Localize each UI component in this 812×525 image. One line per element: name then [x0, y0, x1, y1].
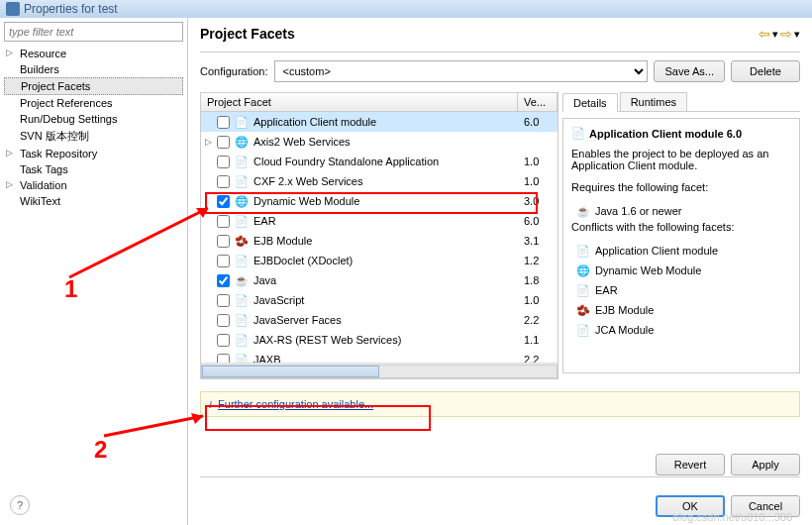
facet-row[interactable]: 📄Application Client module6.0 [201, 112, 558, 132]
bean-icon: 🫘 [575, 302, 591, 318]
sidebar-item[interactable]: Project Facets [4, 77, 183, 95]
filter-input[interactable] [4, 22, 183, 42]
delete-button[interactable]: Delete [731, 60, 800, 82]
doc-icon: 📄 [575, 243, 591, 259]
facet-version: 6.0 [524, 116, 554, 128]
facet-row[interactable]: 📄Cloud Foundry Standalone Application1.0 [201, 152, 558, 171]
facet-row[interactable]: 📄JAX-RS (REST Web Services)1.1 [201, 330, 558, 350]
col-version[interactable]: Ve... [518, 93, 558, 111]
facet-checkbox[interactable] [217, 235, 230, 248]
facet-row[interactable]: ☕Java1.8 [201, 270, 558, 290]
facet-name: JAXB [254, 354, 524, 363]
facet-row[interactable]: 🌐Dynamic Web Module3.0 [201, 191, 558, 211]
list-item: ☕Java 1.6 or newer [575, 201, 791, 221]
doc-icon: 📄 [234, 292, 250, 308]
doc-icon: 📄 [234, 173, 250, 189]
facet-checkbox[interactable] [217, 116, 230, 129]
facet-checkbox[interactable] [217, 255, 230, 267]
facet-checkbox[interactable] [217, 334, 230, 347]
horizontal-scrollbar[interactable] [201, 363, 558, 378]
globe-icon: 🌐 [575, 262, 591, 278]
doc-icon: 📄 [234, 154, 250, 169]
facet-checkbox[interactable] [217, 195, 230, 208]
facet-checkbox[interactable] [217, 274, 230, 287]
facet-row[interactable]: 📄CXF 2.x Web Services1.0 [201, 171, 558, 191]
sidebar-item[interactable]: Validation [4, 177, 183, 193]
facet-checkbox[interactable] [217, 294, 230, 307]
forward-icon[interactable]: ⇨ [780, 26, 792, 42]
apply-button[interactable]: Apply [731, 454, 800, 475]
facet-version: 1.2 [524, 255, 554, 266]
java-icon: ☕ [234, 272, 250, 288]
facet-name: Cloud Foundry Standalone Application [254, 156, 524, 167]
module-icon: 📄 [571, 127, 585, 140]
facet-row[interactable]: 📄JavaScript1.0 [201, 290, 558, 310]
sidebar-item[interactable]: Builders [4, 61, 183, 77]
doc-icon: 📄 [575, 322, 591, 338]
main-panel: Project Facets ⇦ ▾ ⇨ ▾ Configuration: <c… [188, 18, 812, 525]
facet-version: 1.0 [524, 294, 554, 306]
globe-icon: 🌐 [234, 134, 250, 150]
facet-version: 6.0 [524, 215, 554, 227]
facet-table: Project Facet Ve... 📄Application Client … [200, 92, 558, 379]
doc-icon: 📄 [234, 312, 250, 328]
facet-version: 2.2 [524, 354, 554, 363]
facet-name: JavaScript [254, 294, 524, 306]
facet-row[interactable]: 📄EJBDoclet (XDoclet)1.2 [201, 251, 558, 270]
titlebar: Properties for test [0, 0, 812, 18]
col-project-facet[interactable]: Project Facet [201, 93, 518, 111]
list-item: 🌐Dynamic Web Module [575, 261, 791, 280]
dropdown-icon[interactable]: ▾ [772, 28, 778, 41]
dropdown-icon[interactable]: ▾ [794, 28, 800, 41]
facet-name: CXF 2.x Web Services [254, 175, 524, 187]
list-item: 🫘EJB Module [575, 300, 791, 320]
conflicts-label: Conflicts with the following facets: [571, 221, 791, 233]
sidebar-item[interactable]: Resource [4, 46, 183, 61]
facet-version: 1.0 [524, 156, 554, 167]
facet-checkbox[interactable] [217, 175, 230, 188]
sidebar-item[interactable]: SVN 版本控制 [4, 127, 183, 146]
sidebar-item[interactable]: WikiText [4, 193, 183, 209]
tab-details[interactable]: Details [562, 93, 618, 112]
sidebar-item[interactable]: Run/Debug Settings [4, 111, 183, 127]
facet-row[interactable]: 📄JAXB2.2 [201, 350, 558, 363]
facet-name: EJB Module [254, 235, 524, 247]
watermark: blog.csdn.net/u010...366 [673, 511, 792, 523]
facet-checkbox[interactable] [217, 354, 230, 364]
app-icon [6, 2, 20, 16]
doc-icon: 📄 [575, 282, 591, 298]
facet-checkbox[interactable] [217, 314, 230, 327]
facet-checkbox[interactable] [217, 215, 230, 228]
help-button[interactable]: ? [10, 495, 30, 515]
list-item: 📄EAR [575, 280, 791, 300]
sidebar-item[interactable]: Project References [4, 95, 183, 111]
save-as-button[interactable]: Save As... [654, 60, 725, 82]
globe-icon: 🌐 [234, 193, 250, 209]
facet-row[interactable]: 🫘EJB Module3.1 [201, 231, 558, 251]
details-panel: Details Runtimes 📄 Application Client mo… [562, 92, 800, 379]
facet-row[interactable]: ▷🌐Axis2 Web Services [201, 132, 558, 152]
tab-runtimes[interactable]: Runtimes [620, 92, 687, 111]
info-bar: i Further configuration available... [200, 391, 800, 417]
facet-checkbox[interactable] [217, 136, 230, 149]
info-icon: i [209, 398, 212, 410]
facet-version: 3.0 [524, 195, 554, 207]
sidebar-item[interactable]: Task Repository [4, 146, 183, 161]
facet-row[interactable]: 📄EAR6.0 [201, 211, 558, 231]
back-icon[interactable]: ⇦ [759, 26, 770, 42]
facet-name: EJBDoclet (XDoclet) [254, 255, 524, 266]
details-description: Enables the project to be deployed as an… [571, 148, 791, 171]
revert-button[interactable]: Revert [656, 454, 725, 475]
doc-icon: 📄 [234, 352, 250, 363]
facet-version: 1.0 [524, 175, 554, 187]
facet-checkbox[interactable] [217, 156, 230, 168]
facet-version: 2.2 [524, 314, 554, 326]
sidebar-item[interactable]: Task Tags [4, 161, 183, 177]
config-label: Configuration: [200, 65, 268, 77]
list-item: 📄JCA Module [575, 320, 791, 340]
facet-row[interactable]: 📄JavaServer Faces2.2 [201, 310, 558, 330]
doc-icon: 📄 [234, 213, 250, 229]
facet-name: Java [254, 274, 524, 286]
further-config-link[interactable]: Further configuration available... [218, 398, 373, 410]
config-select[interactable]: <custom> [274, 60, 649, 82]
